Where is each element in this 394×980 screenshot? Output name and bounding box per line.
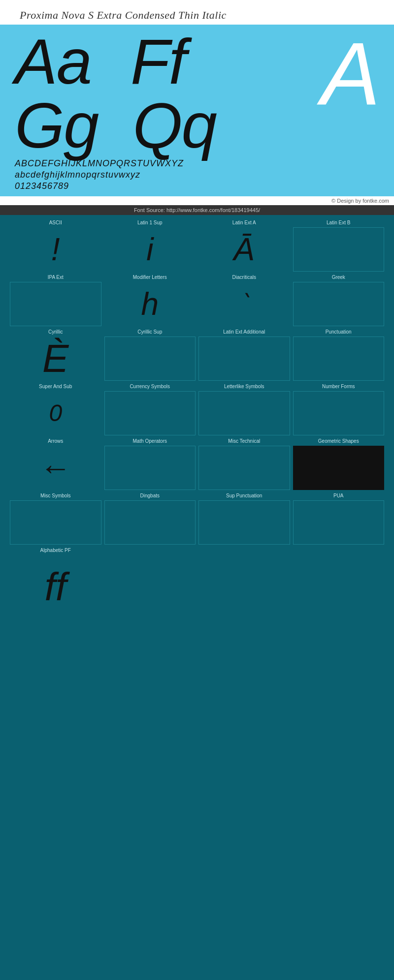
char-modifierletters: h: [141, 288, 159, 320]
cell-box-pua: [293, 500, 385, 545]
cell-modifierletters: Modifier Letters h: [104, 275, 196, 326]
cell-label-currencysymbols: Currency Symbols: [130, 384, 170, 389]
cell-box-greek: [293, 282, 385, 326]
char-latin1sup: i: [146, 234, 153, 265]
cell-label-superandsub: Super And Sub: [39, 384, 72, 389]
cell-box-numberforms: [293, 391, 385, 435]
cell-numberforms: Number Forms: [293, 384, 385, 435]
cell-box-suppunctuation: [198, 500, 290, 545]
cell-label-diacriticals: Diacriticals: [232, 275, 256, 280]
cell-box-superandsub: 0: [10, 391, 101, 435]
char-cyrillic: È: [42, 339, 68, 378]
font-title: Proxima Nova S Extra Condensed Thin Ital…: [20, 5, 374, 25]
cell-ipaext: IPA Ext: [10, 275, 101, 326]
cell-currencysymbols: Currency Symbols: [104, 384, 196, 435]
preview-qq: Qq: [132, 93, 216, 157]
cell-label-cyrillic: Cyrillic: [48, 329, 63, 335]
cell-ascii: ASCII !: [10, 220, 101, 272]
cell-pua: PUA: [293, 493, 385, 545]
cell-miscsymbols: Misc Symbols: [10, 493, 101, 545]
cell-latinextb: Latin Ext B: [293, 220, 385, 272]
cell-box-mathoperators: [104, 446, 196, 490]
cell-latinextadditional: Latin Ext Additional: [198, 329, 290, 381]
cell-label-latinextadditional: Latin Ext Additional: [223, 329, 265, 335]
cell-box-dingbats: [104, 500, 196, 545]
cell-label-greek: Greek: [332, 275, 345, 280]
cell-box-misctechnical: [198, 446, 290, 490]
cell-box-miscsymbols: [10, 500, 101, 545]
cell-box-latinextb: [293, 227, 385, 272]
cell-box-modifierletters: h: [104, 282, 196, 326]
preview-numbers: 0123456789: [15, 181, 379, 191]
cell-box-latinextadditional: [198, 337, 290, 381]
grid-section: ASCII ! Latin 1 Sup i Latin Ext A Ā Lati…: [0, 215, 394, 629]
cell-greek: Greek: [293, 275, 385, 326]
cell-label-pua: PUA: [333, 493, 344, 498]
cell-label-mathoperators: Math Operators: [133, 438, 167, 444]
cell-box-currencysymbols: [104, 391, 196, 435]
cell-cyrillicsup: Cyrillic Sup: [104, 329, 196, 381]
cell-box-latin1sup: i: [104, 227, 196, 272]
char-ascii: !: [51, 234, 60, 265]
cell-label-alphabeticpf: Alphabetic PF: [40, 548, 71, 553]
cell-label-ascii: ASCII: [49, 220, 62, 225]
cell-box-latinexta: Ā: [198, 227, 290, 272]
cell-latin1sup: Latin 1 Sup i: [104, 220, 196, 272]
cell-empty3: [293, 548, 385, 619]
cell-label-numberforms: Number Forms: [322, 384, 355, 389]
preview-section: Aa Ff Gg Qq A ABCDEFGHIJKLMNOPQRSTUVWXYZ…: [0, 25, 394, 196]
cell-geometricshapes: Geometric Shapes: [293, 438, 385, 490]
char-superandsub: 0: [49, 401, 62, 425]
cell-box-cyrillicsup: [104, 337, 196, 381]
cell-dingbats: Dingbats: [104, 493, 196, 545]
cell-mathoperators: Math Operators: [104, 438, 196, 490]
cell-latinexta: Latin Ext A Ā: [198, 220, 290, 272]
cell-empty2: [198, 548, 290, 619]
cell-empty1: [104, 548, 196, 619]
cell-misctechnical: Misc Technical: [198, 438, 290, 490]
cell-diacriticals: Diacriticals ˋ: [198, 275, 290, 326]
cell-box-ipaext: [10, 282, 101, 326]
cell-box-punctuation1: [293, 337, 385, 381]
char-diacriticals: ˋ: [238, 292, 250, 316]
cell-label-geometricshapes: Geometric Shapes: [318, 438, 359, 444]
cell-label-punctuation1: Punctuation: [326, 329, 352, 335]
cell-letterlikesymbols: Letterlike Symbols: [198, 384, 290, 435]
cell-label-letterlikesymbols: Letterlike Symbols: [224, 384, 264, 389]
cell-arrows: Arrows ←: [10, 438, 101, 490]
cell-label-arrows: Arrows: [48, 438, 63, 444]
cell-punctuation1: Punctuation: [293, 329, 385, 381]
design-credit: © Design by fontke.com: [0, 196, 394, 205]
preview-gg: Gg: [15, 93, 98, 157]
cell-cyrillic: Cyrillic È: [10, 329, 101, 381]
char-latinexta: Ā: [233, 234, 255, 265]
cell-label-latinextb: Latin Ext B: [327, 220, 350, 225]
cell-suppunctuation: Sup Punctuation: [198, 493, 290, 545]
preview-large-white: A: [321, 30, 379, 118]
preview-aa: Aa: [15, 30, 91, 93]
cell-box-cyrillic: È: [10, 337, 101, 381]
cell-label-latin1sup: Latin 1 Sup: [137, 220, 163, 225]
cell-label-modifierletters: Modifier Letters: [133, 275, 167, 280]
cell-label-suppunctuation: Sup Punctuation: [226, 493, 262, 498]
cell-box-ascii: !: [10, 227, 101, 272]
font-source: Font Source: http://www.fontke.com/font/…: [0, 205, 394, 215]
cell-label-misctechnical: Misc Technical: [228, 438, 260, 444]
arrow-left-icon: ←: [40, 450, 71, 486]
header-section: Proxima Nova S Extra Condensed Thin Ital…: [0, 0, 394, 25]
cell-box-letterlikesymbols: [198, 391, 290, 435]
cell-superandsub: Super And Sub 0: [10, 384, 101, 435]
cell-label-latinexta: Latin Ext A: [232, 220, 256, 225]
preview-ff: Ff: [131, 30, 186, 93]
cell-label-cyrillicsup: Cyrillic Sup: [137, 329, 162, 335]
cell-label-miscsymbols: Misc Symbols: [40, 493, 71, 498]
cell-box-alphabeticpf: ff: [10, 555, 101, 619]
cell-alphabeticpf: Alphabetic PF ff: [10, 548, 101, 619]
character-grid: ASCII ! Latin 1 Sup i Latin Ext A Ā Lati…: [10, 220, 384, 619]
cell-box-arrows: ←: [10, 446, 101, 490]
cell-box-diacriticals: ˋ: [198, 282, 290, 326]
char-ff-ligature: ff: [45, 567, 66, 607]
cell-label-ipaext: IPA Ext: [48, 275, 64, 280]
preview-lowercase: abcdefghijklmnopqrstuvwxyz: [15, 170, 379, 180]
cell-box-geometricshapes: [293, 446, 385, 490]
